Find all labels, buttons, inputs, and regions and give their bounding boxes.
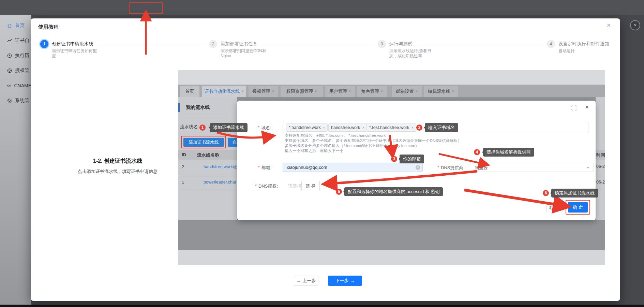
row-time: 06-2 [596, 164, 605, 169]
domain-tag[interactable]: handsfree.work× [328, 123, 367, 132]
domain-help-line: 支持多个域名、多个子域名、多个通配符域名打到一个证书上（域名必须是在同一个DNS… [285, 138, 462, 143]
step-4-desc: 自动运行 [558, 48, 613, 54]
note-title: 1-2. 创建证书流水线 [51, 158, 184, 165]
dns-auth-placeholder: 请选择 [288, 183, 301, 189]
arrow-left-icon: ← [297, 278, 301, 283]
filter-label: 流水线名 [180, 124, 198, 130]
fullscreen-icon[interactable] [571, 105, 576, 112]
tab-close-icon[interactable]: × [415, 89, 418, 94]
gear-icon [7, 98, 12, 103]
row-time: 06-2 [596, 180, 605, 185]
tooltip-4: 选择你域名解析提供商 [483, 148, 534, 157]
home-icon [7, 23, 12, 28]
email-label: 邮箱: [261, 165, 272, 171]
domain-help-line: 输入一个回车之后，再输入下一个 [285, 148, 344, 154]
step-2-title: 添加部署证书任务 [221, 41, 257, 47]
dialog-close-icon[interactable]: × [585, 103, 589, 111]
email-value: xiaojunnuo@qq.com [287, 165, 327, 170]
badge-4: 4 [474, 149, 480, 155]
tab-close-icon[interactable]: × [348, 89, 351, 94]
step-2-circle: 2 [209, 40, 217, 48]
page-title: 我的流水线 [186, 104, 210, 111]
tutorial-title: 使用教程 [38, 24, 59, 30]
next-step-button[interactable]: 下一步 → [328, 276, 362, 286]
step-4-title: 设置定时执行和邮件通知 [558, 41, 609, 47]
col-time: 时间 [596, 152, 605, 158]
col-id: ID [182, 152, 186, 157]
row-id: 1 [182, 180, 184, 185]
domain-help-line: 支持通配符域名，例如: *.foo.com 、 *.test.handsfree… [285, 133, 386, 138]
prev-step-button[interactable]: ← 上一步 [294, 276, 318, 286]
clock-icon [7, 53, 12, 58]
window-bottom-edge [0, 305, 644, 307]
tab-close-icon[interactable]: × [272, 89, 274, 94]
tab-cert-pipeline[interactable]: 证书自动化流水线× [202, 86, 246, 97]
tag-close-icon[interactable]: × [411, 126, 413, 130]
tooltip-6: 确定添加证书流水线 [551, 189, 598, 198]
tooltip-3: 你的邮箱 [400, 155, 424, 163]
tab-home[interactable]: 首页 [180, 86, 199, 97]
domain-help-line: 多级子域名要分成多个域名输入（*.foo.com的证书不能用于xxx.yyy.f… [285, 143, 419, 148]
chevron-down-icon [586, 167, 590, 170]
sidebar-item-cert[interactable]: 证书自 [0, 36, 31, 45]
tab-close-icon[interactable]: × [241, 89, 244, 94]
pipeline-link[interactable]: handsfree.work证 [204, 164, 237, 170]
tooltip-5: 配置和选择你的域名提供商的 accessid 和 密钥 [344, 187, 443, 196]
domain-tag[interactable]: *.handsfree.work× [286, 123, 328, 132]
sidebar-item-auth[interactable]: 授权管 [0, 66, 31, 75]
pipeline-link[interactable]: powerleader.chat [204, 180, 237, 185]
badge-2: 2 [416, 125, 422, 131]
link-icon [7, 83, 11, 88]
dns-provider-value: 阿里云 [475, 165, 488, 171]
domain-label: 域名: [261, 125, 271, 131]
dns-provider-select[interactable] [470, 163, 594, 172]
badge-5: 5 [336, 189, 342, 195]
tab-users[interactable]: 用户管理× [325, 86, 355, 97]
dns-auth-label: DNS授权: [258, 183, 278, 189]
step-3-title: 运行与测试 [389, 41, 413, 47]
tag-close-icon[interactable]: × [362, 126, 364, 130]
page-title-bar [178, 103, 180, 112]
row-id: 2 [182, 164, 184, 169]
tab-close-icon[interactable]: × [380, 89, 383, 94]
shot-top-band [178, 70, 605, 85]
step-2-desc: 演示部署到阿里云CDN和Nginx [221, 48, 272, 59]
target-icon [7, 68, 12, 73]
step-4-circle: 4 [547, 40, 555, 48]
close-all-floating-button[interactable]: × [630, 20, 640, 30]
step-1-title: 创建证书申请流水线 [52, 41, 93, 47]
tab-close-icon[interactable]: × [315, 89, 317, 94]
step-1-circle: 1 [40, 40, 48, 48]
app-header [0, 0, 644, 15]
badge-1: 1 [199, 125, 206, 131]
dns-auth-select-button[interactable]: 选 择 [301, 181, 320, 191]
confirm-highlight-box [566, 200, 590, 215]
tab-roles[interactable]: 角色管理× [357, 86, 387, 97]
dns-provider-label: DNS提供商: [441, 165, 465, 171]
note-desc: 点击添加证书流水线，填写证书申请信息 [51, 169, 184, 175]
tab-permission[interactable]: 权限资源管理× [281, 86, 323, 97]
tag-close-icon[interactable]: × [323, 126, 325, 130]
line-chart-icon [7, 38, 12, 43]
step-3-desc: 演示流水线运行,查看日志，成功后跳过等 [389, 48, 435, 59]
sidebar-item-cname[interactable]: CNAME [0, 81, 31, 90]
step-3-circle: 3 [378, 40, 386, 48]
col-name: 流水线名称 [197, 152, 219, 158]
tutorial-menu-highlight-box [129, 2, 163, 14]
step-1-desc: 演示证书申请任务如何配置 [52, 48, 100, 59]
tab-auth[interactable]: 授权管理× [249, 86, 278, 97]
tutorial-close-icon[interactable]: × [607, 22, 611, 29]
tooltip-2: 输入证书域名 [425, 123, 458, 132]
sidebar-item-home[interactable]: 首页 [0, 21, 31, 30]
tab-close-icon[interactable]: × [452, 89, 454, 94]
badge-6: 6 [543, 190, 549, 196]
sidebar-item-system[interactable]: 系统管 [0, 96, 31, 105]
tab-email[interactable]: 邮箱设置× [392, 86, 422, 97]
arrow-right-icon: → [350, 278, 355, 283]
domain-tag[interactable]: *.test.handsfree.work× [366, 123, 416, 132]
tab-edit-pipeline[interactable]: 编辑流水线× [424, 86, 458, 97]
sidebar-item-history[interactable]: 执行历 [0, 51, 31, 60]
shot-bottom-band [178, 250, 605, 265]
clear-icon[interactable]: × [416, 165, 420, 170]
cancel-button[interactable]: 取 消 [546, 202, 563, 212]
